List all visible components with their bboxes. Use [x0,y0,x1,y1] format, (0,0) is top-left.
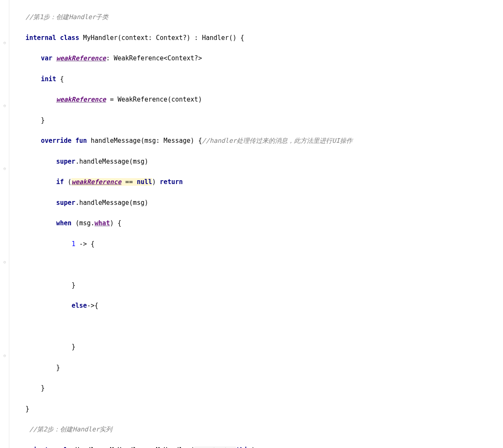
code-line: internal class MyHandler(context: Contex… [25,33,503,43]
code-line: private val mHandler: MyHandler = MyHand… [25,445,503,448]
code-line: //第1步：创建Handler子类 [25,12,503,23]
code-line: } [25,342,503,352]
code-line: when (msg.what) { [25,218,503,229]
code-line: override fun handleMessage(msg: Message)… [25,136,503,146]
code-line: } [25,383,503,394]
gutter-fold-icon[interactable]: ⊖ [2,353,8,359]
code-line: } [25,363,503,373]
code-line: super.handleMessage(msg) [25,156,503,167]
gutter-fold-icon[interactable]: ⊖ [2,166,8,172]
comment-text: //第1步：创建Handler子类 [25,13,108,21]
code-editor-content[interactable]: //第1步：创建Handler子类 internal class MyHandl… [0,2,503,448]
field-ref: weakReference [56,54,106,62]
editor-gutter: ⊖ ⊖ ⊖ ⊖ ⊖ [0,0,9,448]
gutter-fold-icon[interactable]: ⊖ [2,40,8,46]
code-line: super.handleMessage(msg) [25,198,503,208]
gutter-fold-icon[interactable]: ⊖ [2,259,8,265]
code-line [25,259,503,270]
code-line: } [25,280,503,291]
code-line: } [25,404,503,414]
code-line: 1 -> { [25,239,503,250]
code-line: else->{ [25,301,503,311]
code-line: if (weakReference == null) return [25,177,503,187]
gutter-fold-icon[interactable]: ⊖ [2,103,8,109]
code-line [25,321,503,332]
parameter-hint: context: [194,446,236,448]
field-ref: weakReference [56,96,106,103]
code-line: var weakReference: WeakReference<Context… [25,53,503,64]
code-line: weakReference = WeakReference(context) [25,94,503,105]
code-line: init { [25,74,503,85]
field-ref: what [95,219,110,227]
field-ref: weakReference [71,178,121,186]
code-line: } [25,115,503,126]
code-line: //第2步：创建Handler实列 [25,424,503,435]
